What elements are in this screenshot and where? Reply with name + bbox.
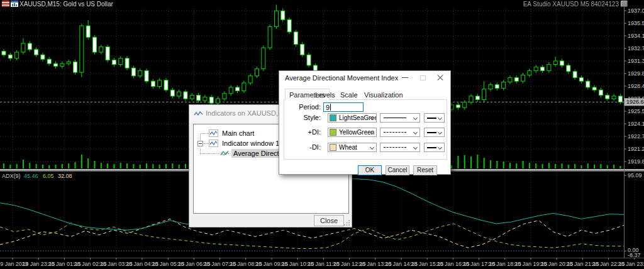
chart-symbol-title: XAUUSD,M15: Gold vs US Dollar [19, 1, 113, 8]
text-caret [330, 104, 331, 111]
line-style-sample [384, 147, 406, 148]
maximize-icon [420, 75, 426, 80]
plus-di-label: +DI: [283, 128, 321, 137]
line-width-sample [427, 118, 436, 119]
ok-button[interactable]: OK [358, 165, 382, 175]
svg-text:20 Jan 23:15: 20 Jan 23:15 [618, 261, 644, 267]
time-axis[interactable]: 19 Jan 202319 Jan 23:1520 Jan 01:1520 Ja… [0, 258, 644, 267]
dialog-tabs: Parameters Levels Scale Visualization [284, 89, 447, 100]
chevron-down-icon [413, 145, 418, 150]
indicator-scale-labels: 95.090.00-8.37 [624, 172, 642, 258]
color-swatch-yellowgreen [330, 129, 336, 136]
svg-text:1925.58: 1925.58 [628, 108, 644, 114]
chart-window-icon [11, 1, 18, 7]
chart-title-strip: XAUUSD,M15: Gold vs US Dollar EA Studio … [0, 0, 644, 8]
indicator-wave-icon [194, 110, 203, 118]
chevron-down-icon [438, 130, 442, 134]
chart-wave-icon [209, 140, 218, 147]
minus-di-label: -DI: [283, 143, 321, 152]
chevron-down-icon [438, 116, 442, 120]
style-label: Style: [283, 113, 321, 123]
period-input[interactable]: 9 [323, 102, 364, 112]
svg-text:1926.63: 1926.63 [626, 99, 644, 105]
cancel-button[interactable]: Cancel [386, 165, 409, 175]
minimize-icon [402, 77, 408, 78]
color-name: Wheat [339, 144, 357, 151]
period-value: 9 [326, 104, 330, 111]
maximize-button-disabled [414, 71, 431, 84]
chart-wave-icon [209, 129, 218, 137]
line-width-sample [427, 132, 436, 133]
plus-di-linewidth-select[interactable] [424, 128, 445, 137]
time-axis-separator [0, 258, 644, 258]
adx-indicator-icon [220, 150, 230, 157]
dialog-title: Average Directional Movement Index [285, 74, 398, 82]
svg-text:-8.37: -8.37 [628, 252, 641, 258]
style-linewidth-select[interactable] [424, 113, 445, 123]
line-width-sample [427, 147, 436, 148]
minimize-button[interactable] [396, 71, 414, 84]
chevron-down-icon [438, 145, 442, 150]
adx-properties-dialog: Average Directional Movement Index Param… [279, 70, 451, 175]
line-style-sample [384, 118, 406, 118]
minus-di-linestyle-select[interactable] [380, 143, 420, 152]
svg-text:45.46: 45.46 [24, 173, 38, 179]
current-price-badge: 1926.63 [625, 98, 644, 106]
svg-text:32.08: 32.08 [58, 173, 72, 179]
plus-di-color-select[interactable]: YellowGreen [328, 128, 377, 137]
line-style-sample [384, 132, 406, 133]
mt4-chart-window: 1937.021935.591934.161932.731931.301929.… [0, 0, 644, 269]
chevron-down-icon [413, 116, 418, 120]
svg-text:1935.59: 1935.59 [628, 20, 644, 26]
period-label: Period: [283, 102, 321, 112]
close-icon [437, 75, 443, 81]
close-button[interactable]: Close [314, 215, 344, 226]
resize-grip[interactable] [344, 219, 350, 226]
svg-text:1922.72: 1922.72 [628, 133, 644, 140]
terminal-icon [2, 1, 9, 7]
chevron-down-icon [413, 130, 418, 134]
chevron-down-icon [370, 145, 374, 150]
svg-text:1929.87: 1929.87 [628, 70, 644, 77]
color-swatch-wheat [330, 144, 336, 151]
tree-item-label: Indicator window 1 [220, 139, 281, 148]
color-swatch-lightseagreen [330, 114, 336, 121]
style-linestyle-select[interactable] [380, 113, 420, 123]
reset-button[interactable]: Reset [413, 165, 437, 175]
ea-studio-label: EA Studio XAUUSD M5 84024123 [523, 1, 619, 8]
close-button[interactable] [431, 71, 449, 84]
svg-text:1934.16: 1934.16 [628, 33, 644, 39]
svg-text:6.05: 6.05 [43, 173, 54, 179]
svg-text:1928.44: 1928.44 [628, 83, 644, 89]
svg-text:1931.30: 1931.30 [628, 58, 644, 64]
tab-levels[interactable]: Levels [311, 90, 339, 101]
adx-pane-label: ADX(9)45.466.0532.08 [2, 173, 72, 179]
svg-text:1924.15: 1924.15 [628, 121, 644, 127]
style-color-select[interactable]: LightSeaGreen [328, 113, 377, 123]
tree-item-label: Main chart [220, 129, 256, 138]
minus-di-linewidth-select[interactable] [424, 143, 445, 152]
color-name: YellowGreen [339, 129, 374, 136]
ea-studio-icon [621, 1, 628, 7]
svg-text:1919.86: 1919.86 [628, 158, 644, 165]
price-axis-line [624, 1, 625, 258]
tab-scale[interactable]: Scale [336, 90, 362, 101]
svg-text:1937.02: 1937.02 [628, 8, 644, 14]
svg-text:95.09: 95.09 [628, 172, 642, 178]
price-axis[interactable]: 1937.021935.591934.161932.731931.301929.… [624, 8, 644, 165]
minus-di-color-select[interactable]: Wheat [328, 143, 377, 152]
svg-text:1921.29: 1921.29 [628, 146, 644, 152]
svg-text:1932.73: 1932.73 [628, 45, 644, 52]
svg-text:ADX(9): ADX(9) [2, 173, 21, 179]
plus-di-linestyle-select[interactable] [380, 128, 420, 137]
tab-visualization[interactable]: Visualization [360, 90, 407, 101]
